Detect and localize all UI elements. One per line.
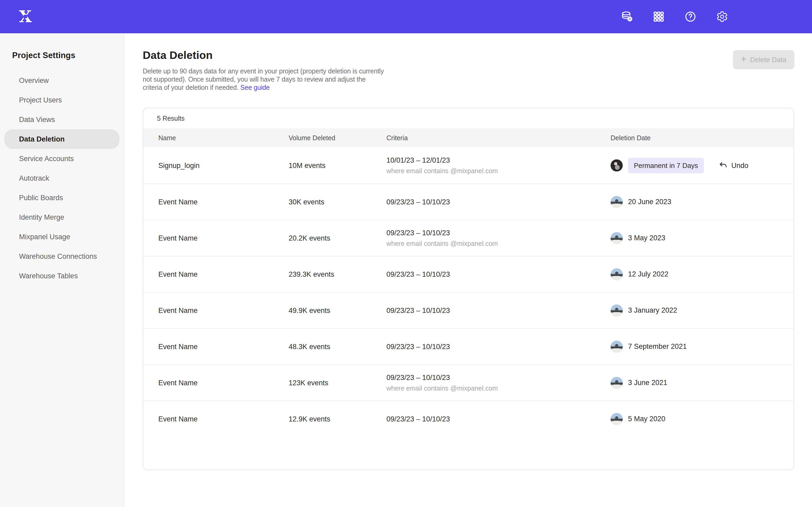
pending-deletion-badge: Permanent in 7 Days (628, 158, 704, 173)
sidebar-item-service-accounts[interactable]: Service Accounts (4, 149, 119, 168)
column-header-deletion-date: Deletion Date (611, 134, 651, 142)
table-row: Event Name20.2K events09/23/23 – 10/10/2… (143, 220, 794, 256)
sidebar-item-public-boards[interactable]: Public Boards (4, 188, 119, 208)
cell-deletion-date: 5 May 2020 (611, 413, 665, 425)
user-avatar (611, 160, 623, 172)
sidebar-item-project-users[interactable]: Project Users (4, 90, 119, 110)
deletion-date-value: 3 June 2021 (628, 379, 667, 387)
cell-name: Event Name (158, 306, 198, 315)
column-header-criteria: Criteria (387, 134, 408, 142)
page-description: Delete up to 90 days data for any event … (143, 67, 385, 92)
apps-grid-icon[interactable] (652, 10, 665, 23)
deletion-date-value: 3 May 2023 (628, 234, 665, 242)
cell-deletion-date: 3 May 2023 (611, 232, 665, 244)
cell-criteria: 09/23/23 – 10/10/23where email contains … (387, 229, 498, 247)
sidebar-item-data-views[interactable]: Data Views (4, 110, 119, 129)
plus-icon: + (741, 54, 747, 64)
criteria-filter: where email contains @mixpanel.com (387, 240, 498, 247)
table-row: Event Name30K events09/23/23 – 10/10/232… (143, 183, 794, 220)
sidebar-item-mixpanel-usage[interactable]: Mixpanel Usage (4, 227, 119, 247)
cell-name: Event Name (158, 379, 198, 387)
cell-criteria: 10/01/23 – 12/01/23where email contains … (387, 156, 498, 175)
data-management-icon[interactable] (621, 10, 633, 23)
sidebar: Project Settings OverviewProject UsersDa… (0, 33, 124, 507)
cell-volume-deleted: 123K events (289, 379, 328, 387)
user-avatar (611, 268, 623, 280)
cell-name: Event Name (158, 342, 198, 351)
table-body: Signup_login10M events10/01/23 – 12/01/2… (143, 147, 794, 437)
cell-criteria: 09/23/23 – 10/10/23 (387, 270, 450, 278)
user-avatar (611, 232, 623, 244)
sidebar-item-autotrack[interactable]: Autotrack (4, 168, 119, 188)
undo-button[interactable]: Undo (719, 161, 749, 170)
cell-criteria: 09/23/23 – 10/10/23where email contains … (387, 374, 498, 392)
table-row: Event Name123K events09/23/23 – 10/10/23… (143, 364, 794, 401)
deletion-date-value: 5 May 2020 (628, 415, 665, 423)
cell-name: Event Name (158, 198, 198, 206)
table-row: Signup_login10M events10/01/23 – 12/01/2… (143, 147, 794, 183)
cell-volume-deleted: 239.3K events (289, 270, 335, 278)
table-row: Event Name239.3K events09/23/23 – 10/10/… (143, 256, 794, 292)
criteria-range: 09/23/23 – 10/10/23 (387, 374, 498, 382)
criteria-filter: where email contains @mixpanel.com (387, 385, 498, 392)
user-avatar (611, 196, 623, 208)
table-row: Event Name48.3K events09/23/23 – 10/10/2… (143, 328, 794, 364)
results-count: 5 Results (143, 108, 794, 128)
top-icons (621, 10, 728, 23)
settings-icon[interactable] (716, 10, 728, 23)
delete-data-button-label: Delete Data (750, 56, 786, 64)
sidebar-item-data-deletion[interactable]: Data Deletion (4, 129, 119, 149)
cell-criteria: 09/23/23 – 10/10/23 (387, 415, 450, 423)
table-row: Event Name49.9K events09/23/23 – 10/10/2… (143, 292, 794, 328)
cell-deletion-date: 12 July 2022 (611, 268, 668, 280)
cell-criteria: 09/23/23 – 10/10/23 (387, 342, 450, 351)
cell-name: Signup_login (158, 161, 200, 170)
cell-criteria: 09/23/23 – 10/10/23 (387, 306, 450, 315)
main-content: Data Deletion Delete up to 90 days data … (124, 33, 812, 507)
cell-volume-deleted: 10M events (289, 161, 326, 170)
user-avatar (611, 377, 623, 389)
cell-volume-deleted: 20.2K events (289, 234, 331, 242)
cell-volume-deleted: 30K events (289, 198, 324, 206)
column-header-volume-deleted: Volume Deleted (289, 134, 336, 142)
cell-name: Event Name (158, 415, 198, 423)
cell-deletion-date: 3 June 2021 (611, 377, 667, 389)
undo-label: Undo (731, 161, 749, 170)
sidebar-title: Project Settings (0, 33, 124, 60)
user-avatar (611, 304, 623, 317)
delete-data-button[interactable]: + Delete Data (733, 50, 794, 69)
criteria-range: 09/23/23 – 10/10/23 (387, 415, 450, 423)
column-header-name: Name (158, 134, 176, 142)
cell-deletion-date: 3 January 2022 (611, 304, 677, 317)
deletion-table-card: 5 Results NameVolume DeletedCriteriaDele… (143, 108, 794, 470)
sidebar-menu: OverviewProject UsersData ViewsData Dele… (0, 71, 124, 286)
table-header-row: NameVolume DeletedCriteriaDeletion Date (143, 128, 794, 147)
criteria-filter: where email contains @mixpanel.com (387, 167, 498, 175)
undo-icon (719, 161, 728, 170)
help-icon[interactable] (684, 10, 697, 23)
criteria-range: 09/23/23 – 10/10/23 (387, 306, 450, 315)
deletion-date-value: 20 June 2023 (628, 198, 671, 206)
sidebar-item-identity-merge[interactable]: Identity Merge (4, 208, 119, 227)
user-avatar (611, 413, 623, 425)
sidebar-item-overview[interactable]: Overview (4, 71, 119, 90)
cell-criteria: 09/23/23 – 10/10/23 (387, 198, 450, 206)
deletion-date-value: 3 January 2022 (628, 306, 677, 315)
sidebar-item-warehouse-connections[interactable]: Warehouse Connections (4, 247, 119, 266)
criteria-range: 09/23/23 – 10/10/23 (387, 342, 450, 351)
criteria-range: 10/01/23 – 12/01/23 (387, 156, 498, 165)
criteria-range: 09/23/23 – 10/10/23 (387, 270, 450, 278)
criteria-range: 09/23/23 – 10/10/23 (387, 198, 450, 206)
deletion-date-value: 7 September 2021 (628, 342, 687, 351)
sidebar-item-warehouse-tables[interactable]: Warehouse Tables (4, 266, 119, 286)
page-title: Data Deletion (143, 49, 213, 61)
deletion-date-value: 12 July 2022 (628, 270, 668, 278)
cell-volume-deleted: 12.9K events (289, 415, 331, 423)
top-navigation-bar: X (0, 0, 812, 33)
cell-deletion-date: 20 June 2023 (611, 196, 671, 208)
cell-name: Event Name (158, 234, 198, 242)
cell-volume-deleted: 48.3K events (289, 342, 331, 351)
mixpanel-logo[interactable]: X (15, 6, 36, 27)
see-guide-link[interactable]: See guide (240, 84, 270, 91)
user-avatar (611, 341, 623, 353)
